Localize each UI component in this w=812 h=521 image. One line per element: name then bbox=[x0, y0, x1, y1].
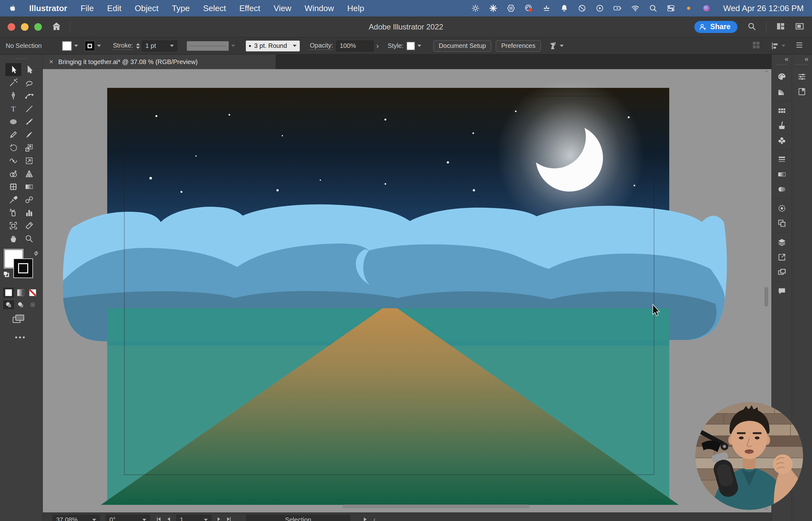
panel-grip[interactable] bbox=[16, 58, 27, 60]
edit-toolbar-icon[interactable] bbox=[15, 336, 43, 338]
workspace-switcher-icon[interactable] bbox=[776, 22, 785, 32]
none-button[interactable] bbox=[27, 288, 38, 298]
brightness-icon[interactable] bbox=[471, 3, 480, 13]
minimize-window-button[interactable] bbox=[21, 23, 28, 31]
hand-tool[interactable] bbox=[5, 232, 21, 245]
pen-tool[interactable] bbox=[5, 89, 21, 102]
swap-fill-stroke-icon[interactable] bbox=[32, 250, 40, 258]
column-graph-tool[interactable] bbox=[21, 206, 37, 219]
creative-cloud-icon[interactable] bbox=[524, 3, 534, 13]
lasso-tool[interactable] bbox=[21, 76, 37, 89]
settings-icon[interactable] bbox=[489, 3, 498, 13]
notifications-icon[interactable] bbox=[560, 3, 569, 13]
menu-window[interactable]: Window bbox=[304, 3, 334, 13]
gradient-panel-icon[interactable] bbox=[772, 167, 792, 182]
default-fill-stroke-icon[interactable] bbox=[3, 271, 10, 279]
document-setup-button[interactable]: Document Setup bbox=[433, 40, 491, 52]
swatches-panel-icon[interactable] bbox=[772, 103, 792, 118]
properties-panel-icon[interactable] bbox=[792, 69, 812, 84]
selection-tool[interactable] bbox=[5, 63, 21, 76]
free-transform-tool[interactable] bbox=[21, 154, 37, 167]
graphic-styles-panel-icon[interactable] bbox=[772, 216, 792, 230]
direct-selection-tool[interactable] bbox=[21, 63, 37, 76]
zoom-window-button[interactable] bbox=[34, 23, 42, 31]
first-artboard-icon[interactable] bbox=[156, 516, 161, 521]
slice-tool[interactable] bbox=[21, 219, 37, 232]
rotation-dropdown[interactable]: 0° bbox=[106, 515, 150, 521]
opacity-label[interactable]: Opacity: bbox=[310, 42, 333, 50]
touch-workspace-icon[interactable] bbox=[752, 41, 761, 51]
collapse-panels-icon[interactable]: « bbox=[805, 55, 809, 63]
spotlight-icon[interactable] bbox=[648, 3, 658, 13]
stroke-indicator[interactable] bbox=[14, 259, 32, 277]
search-icon[interactable] bbox=[747, 22, 757, 32]
gradient-tool[interactable] bbox=[21, 180, 37, 193]
stroke-weight-stepper[interactable] bbox=[136, 43, 140, 49]
mesh-tool[interactable] bbox=[5, 180, 21, 193]
collapse-panels-icon[interactable]: « bbox=[785, 55, 789, 63]
paintbrush-tool[interactable] bbox=[21, 115, 37, 128]
fill-color-swatch[interactable] bbox=[62, 41, 72, 51]
perspective-grid-tool[interactable] bbox=[21, 167, 37, 180]
menu-illustrator[interactable]: Illustrator bbox=[29, 3, 67, 13]
apple-icon[interactable] bbox=[8, 3, 18, 13]
menu-help[interactable]: Help bbox=[347, 3, 364, 13]
color-panel-icon[interactable] bbox=[772, 69, 792, 84]
canvas-area[interactable]: ⌃ ⌄ bbox=[43, 69, 771, 513]
knife-tool[interactable] bbox=[21, 128, 37, 141]
menu-type[interactable]: Type bbox=[172, 3, 190, 13]
stroke-label[interactable]: Stroke: bbox=[113, 42, 133, 50]
stroke-dropdown-chevron-icon[interactable] bbox=[97, 45, 101, 47]
eyedropper-tool[interactable] bbox=[5, 193, 21, 206]
panel-grip[interactable] bbox=[776, 64, 788, 66]
line-segment-tool[interactable] bbox=[21, 102, 37, 115]
fill-dropdown-chevron-icon[interactable] bbox=[74, 45, 78, 47]
stroke-color-swatch[interactable] bbox=[85, 41, 94, 51]
zoom-tool[interactable] bbox=[21, 232, 37, 245]
shape-builder-tool[interactable] bbox=[5, 167, 21, 180]
menu-clock[interactable]: Wed Apr 26 12:06 PM bbox=[723, 3, 804, 13]
stroke-weight-field[interactable]: 1 pt bbox=[142, 41, 177, 51]
panel-layout-icon[interactable] bbox=[795, 22, 805, 32]
brush-definition-dropdown[interactable]: 3 pt. Round bbox=[246, 41, 299, 51]
draw-behind-icon[interactable] bbox=[15, 300, 26, 309]
variable-width-profile-dropdown[interactable] bbox=[187, 41, 229, 51]
menu-list-icon[interactable] bbox=[795, 41, 804, 51]
scale-tool[interactable] bbox=[21, 141, 37, 154]
menu-object[interactable]: Object bbox=[135, 3, 159, 13]
brushes-panel-icon[interactable] bbox=[772, 118, 792, 133]
artboard-tool[interactable] bbox=[5, 219, 21, 232]
export-panel-icon[interactable] bbox=[772, 250, 792, 265]
share-button[interactable]: Share bbox=[694, 21, 738, 33]
symbol-sprayer-tool[interactable] bbox=[5, 206, 21, 219]
home-icon[interactable] bbox=[51, 21, 62, 33]
symbols-panel-icon[interactable] bbox=[772, 133, 792, 148]
next-artboard-icon[interactable] bbox=[216, 516, 222, 521]
puppet-warp-chevron-icon[interactable] bbox=[560, 45, 564, 47]
collapse-status-icon[interactable]: ‹ bbox=[373, 516, 376, 521]
horizontal-scroll-thumb[interactable] bbox=[342, 504, 530, 508]
appearance-panel-icon[interactable] bbox=[772, 201, 792, 216]
recording-dot-icon[interactable] bbox=[684, 3, 693, 13]
blend-tool[interactable] bbox=[21, 193, 37, 206]
focus-icon[interactable] bbox=[577, 3, 587, 13]
opacity-field[interactable]: 100% bbox=[336, 41, 374, 51]
vertical-scroll-thumb[interactable] bbox=[764, 287, 768, 307]
previous-artboard-icon[interactable] bbox=[166, 516, 172, 521]
battery-icon[interactable] bbox=[613, 3, 622, 13]
transparency-panel-icon[interactable] bbox=[772, 182, 792, 197]
close-window-button[interactable] bbox=[7, 23, 15, 31]
document-tab[interactable]: × Bringing it together.ai* @ 37.08 % (RG… bbox=[43, 54, 276, 69]
width-tool[interactable] bbox=[5, 154, 21, 167]
control-center-icon[interactable] bbox=[666, 3, 676, 13]
ellipse-tool[interactable] bbox=[5, 115, 21, 128]
last-artboard-icon[interactable] bbox=[226, 516, 232, 521]
screen-record-icon[interactable] bbox=[595, 3, 605, 13]
type-tool[interactable]: T bbox=[5, 102, 21, 115]
draw-inside-icon[interactable] bbox=[27, 300, 38, 309]
screen-mode-icon[interactable] bbox=[12, 314, 43, 326]
draw-normal-icon[interactable] bbox=[3, 300, 14, 309]
menu-effect[interactable]: Effect bbox=[239, 3, 260, 13]
parallels-icon[interactable] bbox=[506, 3, 516, 13]
artboards-panel-icon[interactable] bbox=[772, 265, 792, 279]
